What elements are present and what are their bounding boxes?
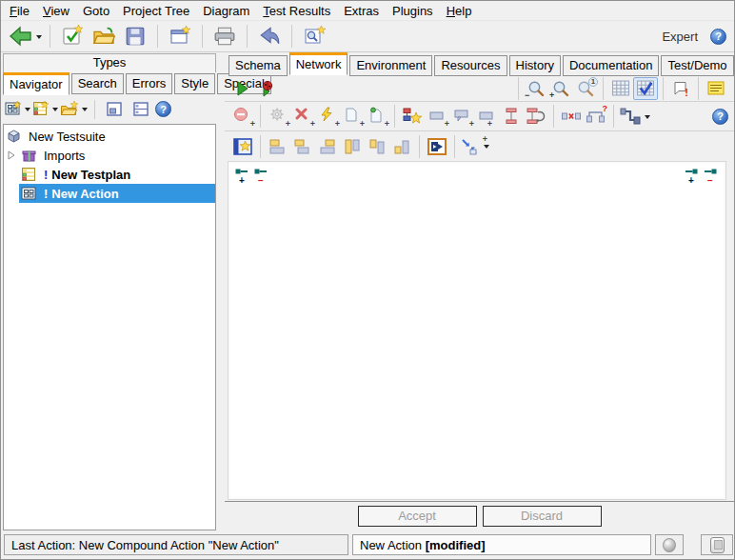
add-annotation-button[interactable]: + [449,105,474,128]
disconnect-icon [561,108,582,125]
help-icon[interactable]: ? [712,109,728,125]
tab-history[interactable]: History [509,55,561,76]
tab-style[interactable]: Style [174,73,215,94]
loop-connector-button[interactable] [524,105,548,128]
print-button[interactable] [210,23,239,50]
chevron-down-icon [82,108,88,114]
back-button[interactable] [9,23,42,50]
menu-diagram[interactable]: Diagram [196,3,256,19]
add-gear-action-button[interactable]: + [266,105,290,128]
chevron-down-icon [52,108,58,114]
window-split-icon [132,101,149,117]
align-bottom-button[interactable] [389,135,414,158]
menu-view[interactable]: View [36,3,76,19]
menu-plugins[interactable]: Plugins [386,3,440,19]
tab-test-demo[interactable]: Test/Demo [661,55,733,76]
remove-connection-button[interactable] [559,105,584,128]
keycap-icon [710,537,725,553]
run-button[interactable] [230,77,255,100]
network-canvas[interactable]: + − + − [228,161,726,500]
tab-environment[interactable]: Environment [349,55,432,76]
add-page-action-button[interactable]: + [340,105,365,128]
show-tree-pane-button[interactable] [129,98,153,121]
tree-item-imports[interactable]: Imports [4,146,215,165]
zoom-reset-button[interactable]: 1 [573,77,598,100]
tab-resources[interactable]: Resources [434,55,507,76]
align-center-h-button[interactable] [290,135,315,158]
debug-button[interactable] [255,77,280,100]
show-comments-button[interactable] [704,77,728,100]
add-output-pin-button[interactable]: + [684,167,699,188]
query-connection-button[interactable]: ? [584,105,608,128]
auto-connect-button[interactable]: + [460,135,489,158]
menu-extras[interactable]: Extras [337,3,386,19]
accept-button[interactable]: Accept [358,506,477,527]
undo-arrow-icon [258,26,281,47]
add-abort-action-button[interactable]: + [290,105,315,128]
new-action-menu-button[interactable] [5,98,30,121]
zoom-out-button[interactable]: − [524,77,548,100]
tree-item-action-selected[interactable]: ! New Action [4,184,215,203]
floppy-save-icon [125,26,146,47]
application-window: File View Goto Project Tree Diagram Test… [0,0,735,560]
help-icon[interactable]: ? [155,101,171,117]
show-detail-pane-button[interactable] [102,98,127,121]
tab-schema[interactable]: Schema [228,55,288,76]
align-middle-button[interactable] [365,135,389,158]
menu-file[interactable]: File [3,3,36,19]
new-check-button[interactable] [58,23,87,50]
vertical-connector-icon [503,107,520,126]
save-button[interactable] [121,23,149,50]
add-block-below-button[interactable]: + [474,105,499,128]
align-left-button[interactable] [266,135,290,158]
vertical-connector-button[interactable] [499,105,524,128]
new-window-button[interactable] [166,23,194,50]
tab-network[interactable]: Network [289,52,348,75]
undo-button[interactable] [255,23,284,50]
zoom-in-button[interactable]: + [548,77,573,100]
show-grid-button[interactable] [608,77,633,100]
discard-button[interactable]: Discard [483,506,602,527]
remove-input-pin-button[interactable]: − [253,167,268,188]
snap-to-grid-button[interactable] [633,77,658,100]
tab-documentation[interactable]: Documentation [563,55,659,76]
left-tab-bar: Navigator Search Errors Style Special [1,72,218,94]
modified-marker: ! [44,187,48,201]
expander-icon[interactable] [4,150,19,160]
connector-style-button[interactable] [619,105,650,128]
settings-browser-button[interactable] [300,23,328,50]
add-start-action-button[interactable]: + [365,105,389,128]
tab-search[interactable]: Search [71,73,124,94]
new-testplan-menu-button[interactable] [32,98,58,121]
tab-errors[interactable]: Errors [126,73,172,94]
remove-output-pin-button[interactable]: − [703,167,718,188]
menu-help[interactable]: Help [440,3,479,19]
align-top-icon [342,137,363,156]
add-trigger-action-button[interactable]: + [315,105,340,128]
add-compound-action-button[interactable] [400,105,425,128]
new-folder-menu-button[interactable] [60,98,88,121]
menu-test-results[interactable]: Test Results [256,3,337,19]
help-icon[interactable]: ? [710,29,726,45]
remove-element-button[interactable]: + [230,105,255,128]
tree-item-testsuite[interactable]: New Testsuite [4,127,215,146]
document-status: New Action [modified] [352,534,651,555]
tree-item-testplan[interactable]: ! New Testplan [4,165,215,184]
align-top-button[interactable] [340,135,365,158]
add-block-button[interactable]: + [425,105,449,128]
menu-project-tree[interactable]: Project Tree [116,3,196,19]
selected-row-highlight: ! New Action [19,184,215,203]
types-header: Types [3,53,216,72]
project-tree[interactable]: New Testsuite Imports ! [3,124,216,530]
align-right-button[interactable] [315,135,340,158]
tab-navigator[interactable]: Navigator [3,72,70,95]
editor-panel: Schema Network Environment Resources His… [225,52,734,530]
panel-splitter[interactable] [218,52,225,530]
menu-goto[interactable]: Goto [76,3,116,19]
back-arrow-icon [9,26,33,47]
pin-editor-button[interactable] [230,135,255,158]
add-input-pin-button[interactable]: + [234,167,249,188]
io-pins-button[interactable] [425,135,449,158]
show-warnings-button[interactable]: ! [668,77,693,100]
open-button[interactable] [89,23,118,50]
